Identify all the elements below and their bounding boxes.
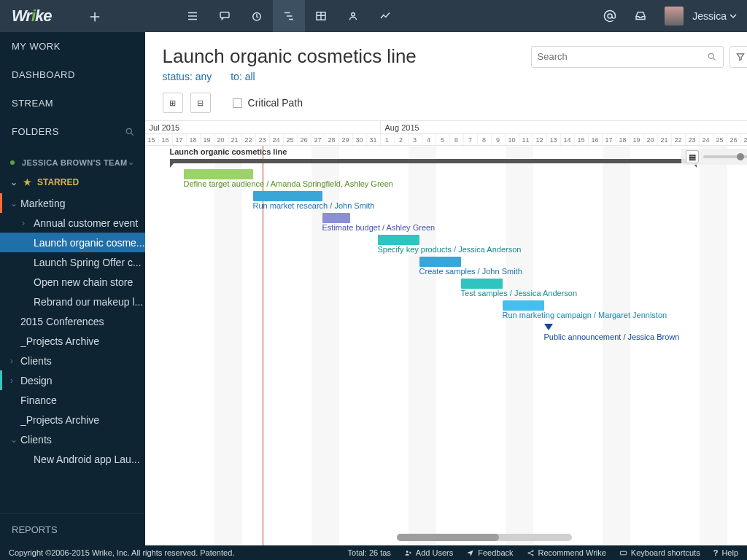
- chevron-right-icon: ›: [10, 376, 13, 386]
- starred-header[interactable]: ⌄ ★ STARRED: [0, 171, 145, 193]
- view-chat-icon[interactable]: [209, 0, 241, 32]
- gantt-task-bar[interactable]: [253, 191, 322, 201]
- view-workload-icon[interactable]: [337, 0, 369, 32]
- svg-point-15: [708, 53, 713, 58]
- gantt-task-bar[interactable]: [184, 169, 253, 179]
- nav-my-work[interactable]: MY WORK: [0, 32, 145, 61]
- svg-line-16: [713, 58, 715, 60]
- tree-item-label: 2015 Conferences: [20, 316, 104, 327]
- starred-label: STARRED: [37, 177, 79, 187]
- feedback-link[interactable]: Feedback: [466, 548, 513, 557]
- chevron-right-icon: ›: [10, 356, 13, 366]
- expand-all-button[interactable]: ⊞: [163, 93, 183, 113]
- tree-item-label: Finance: [20, 394, 57, 406]
- username-label: Jessica: [692, 10, 727, 22]
- search-icon: [707, 52, 717, 62]
- gantt-task-bar[interactable]: [322, 213, 350, 223]
- tree-item[interactable]: New Android app Lau...: [0, 449, 145, 469]
- tree-archive[interactable]: _Projects Archive: [0, 331, 145, 351]
- nav-stream[interactable]: STREAM: [0, 89, 145, 117]
- gantt-task-label: Define target audience / Amanda Springfi…: [184, 179, 393, 188]
- zoom-slider[interactable]: [703, 155, 747, 158]
- tree-item[interactable]: Launch Spring Offer c...: [0, 252, 145, 272]
- gantt-task-label: Estimate budget / Ashley Green: [322, 223, 436, 232]
- user-menu[interactable]: Jessica: [692, 10, 737, 22]
- add-users-label: Add Users: [416, 548, 453, 557]
- gantt-task-bar[interactable]: [378, 235, 419, 245]
- critical-path-toggle[interactable]: Critical Path: [233, 97, 303, 109]
- zoom-mode-button[interactable]: ▦: [686, 150, 699, 163]
- view-list-icon[interactable]: [177, 0, 209, 32]
- tree-clients[interactable]: ›Clients: [0, 351, 145, 370]
- tree-archive[interactable]: _Projects Archive: [0, 410, 145, 429]
- add-users-link[interactable]: Add Users: [404, 548, 453, 557]
- nav-dashboard[interactable]: DASHBOARD: [0, 61, 145, 89]
- tree-item-label: Clients: [20, 355, 52, 367]
- svg-rect-23: [620, 551, 626, 555]
- team-label: JESSICA BROWN'S TEAM: [22, 158, 128, 167]
- logo[interactable]: Wrike: [0, 7, 79, 26]
- gantt-task-label: Test samples / Jessica Anderson: [461, 289, 578, 298]
- nav-reports[interactable]: REPORTS: [0, 513, 145, 545]
- tree-item-label: New Android app Lau...: [34, 454, 140, 465]
- svg-point-18: [527, 552, 529, 553]
- tree-item-label: Marketing: [20, 198, 65, 209]
- inbox-icon[interactable]: [627, 0, 654, 32]
- mentions-icon[interactable]: [596, 0, 624, 32]
- svg-point-19: [532, 550, 533, 551]
- gantt-summary-bar[interactable]: [170, 159, 697, 163]
- gantt-task-bar[interactable]: [461, 279, 503, 289]
- tree-item[interactable]: Rebrand our makeup l...: [0, 292, 145, 311]
- svg-line-21: [529, 551, 532, 553]
- tree-item-label: Launch Spring Offer c...: [34, 257, 142, 268]
- gantt-task-label: Create samples / John Smith: [419, 267, 522, 276]
- avatar[interactable]: [665, 7, 684, 26]
- search-icon[interactable]: [125, 127, 135, 137]
- svg-line-14: [131, 133, 133, 135]
- filter-assignee[interactable]: to: all: [231, 71, 255, 82]
- zoom-control[interactable]: ▦ ▭ ⛶: [681, 149, 747, 165]
- gantt-task-bar[interactable]: [419, 257, 461, 267]
- nav-folders[interactable]: FOLDERS: [0, 117, 145, 146]
- help-link[interactable]: ?Help: [713, 548, 738, 557]
- tree-marketing[interactable]: ⌄Marketing: [0, 193, 145, 213]
- view-analytics-icon[interactable]: [369, 0, 401, 32]
- tree-design[interactable]: ›Design: [0, 370, 145, 390]
- recommend-link[interactable]: Recommend Wrike: [527, 548, 606, 557]
- gantt-milestone-label: Public announcement / Jessica Brown: [544, 332, 680, 341]
- chevron-down-icon: ⌄: [128, 158, 134, 167]
- feedback-label: Feedback: [478, 548, 513, 557]
- nav-folders-label: FOLDERS: [12, 126, 59, 137]
- tree-item-label: _Projects Archive: [20, 335, 99, 347]
- view-table-icon[interactable]: [305, 0, 337, 32]
- gantt-task-bar[interactable]: [503, 300, 544, 311]
- horizontal-scrollbar[interactable]: [397, 534, 572, 541]
- critical-path-label: Critical Path: [248, 97, 303, 109]
- team-header[interactable]: JESSICA BROWN'S TEAM ⌄: [0, 153, 145, 171]
- view-gantt-icon[interactable]: [273, 0, 305, 32]
- view-timer-icon[interactable]: [241, 0, 273, 32]
- star-icon: ★: [23, 177, 31, 187]
- svg-point-12: [608, 14, 612, 18]
- filter-status[interactable]: status: any: [163, 71, 212, 82]
- tree-finance[interactable]: Finance: [0, 390, 145, 410]
- tree-item-label: Design: [20, 375, 53, 386]
- shortcuts-link[interactable]: Keyboard shortcuts: [619, 548, 700, 557]
- filter-button[interactable]: [729, 46, 747, 68]
- gantt-milestone[interactable]: [544, 324, 553, 330]
- collapse-all-button[interactable]: ⊟: [190, 93, 211, 113]
- svg-point-13: [126, 128, 131, 133]
- tree-item-selected[interactable]: Launch organic cosme...: [0, 233, 145, 252]
- create-button[interactable]: ＋: [79, 0, 111, 32]
- tree-item[interactable]: Open new chain store: [0, 272, 145, 292]
- tree-conferences[interactable]: 2015 Conferences: [0, 311, 145, 331]
- tree-clients2[interactable]: ⌄Clients: [0, 429, 145, 449]
- gantt-task-label: Run market research / John Smith: [253, 201, 375, 210]
- tree-item-label: Rebrand our makeup l...: [34, 296, 143, 308]
- search-input[interactable]: [538, 51, 707, 62]
- help-label: Help: [721, 548, 738, 557]
- chevron-down-icon: ⌄: [10, 198, 18, 209]
- tree-item-label: Launch organic cosme...: [34, 237, 145, 249]
- tree-item-label: _Projects Archive: [20, 414, 99, 426]
- tree-item[interactable]: ›Annual customer event: [0, 213, 145, 233]
